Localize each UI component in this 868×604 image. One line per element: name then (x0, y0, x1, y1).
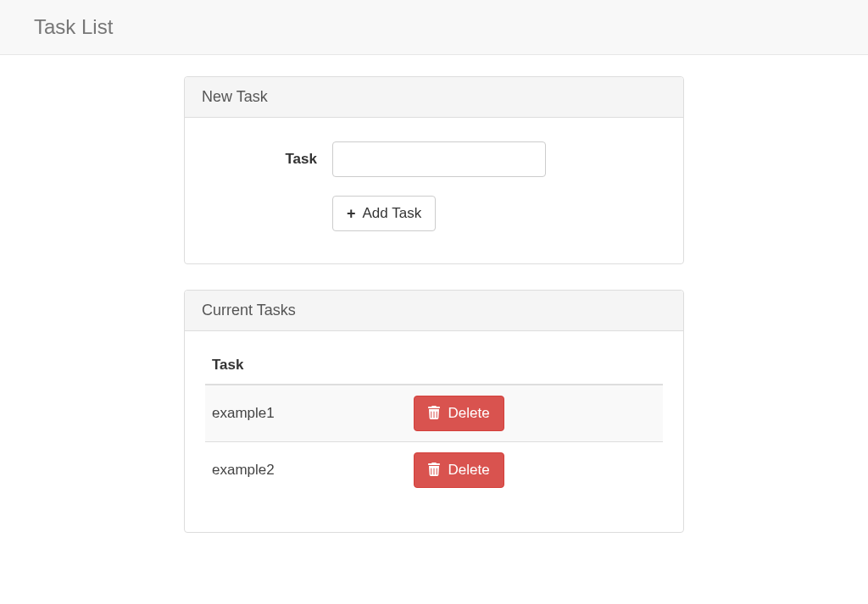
delete-button[interactable]: Delete (414, 452, 504, 488)
delete-button[interactable]: Delete (414, 396, 504, 431)
trash-icon (428, 405, 440, 422)
add-task-row: + Add Task (332, 196, 663, 231)
navbar-brand: Task List (0, 15, 868, 39)
current-tasks-body: Task example1Deleteexample2Delete (185, 331, 683, 532)
task-name-cell: example2 (205, 442, 407, 499)
tasks-table: Task example1Deleteexample2Delete (205, 348, 663, 498)
trash-icon (428, 462, 440, 479)
action-column-header (407, 348, 663, 385)
task-form-row: Task (205, 141, 663, 177)
add-task-button-label: Add Task (363, 205, 422, 222)
new-task-heading: New Task (185, 77, 683, 118)
task-input[interactable] (332, 141, 546, 177)
task-column-header: Task (205, 348, 407, 385)
new-task-panel: New Task Task + Add Task (184, 76, 684, 264)
plus-icon: + (347, 206, 356, 221)
table-row: example2Delete (205, 442, 663, 499)
delete-button-label: Delete (448, 462, 490, 479)
task-label: Task (205, 151, 332, 168)
current-tasks-panel: Current Tasks Task example1Deleteexample… (184, 290, 684, 533)
current-tasks-heading: Current Tasks (185, 291, 683, 331)
add-task-button[interactable]: + Add Task (332, 196, 436, 231)
task-name-cell: example1 (205, 385, 407, 442)
delete-button-label: Delete (448, 405, 490, 422)
task-action-cell: Delete (407, 442, 663, 499)
new-task-body: Task + Add Task (185, 118, 683, 263)
navbar: Task List (0, 0, 868, 55)
main-container: New Task Task + Add Task Current Tasks T… (184, 55, 684, 533)
task-action-cell: Delete (407, 385, 663, 442)
table-row: example1Delete (205, 385, 663, 442)
